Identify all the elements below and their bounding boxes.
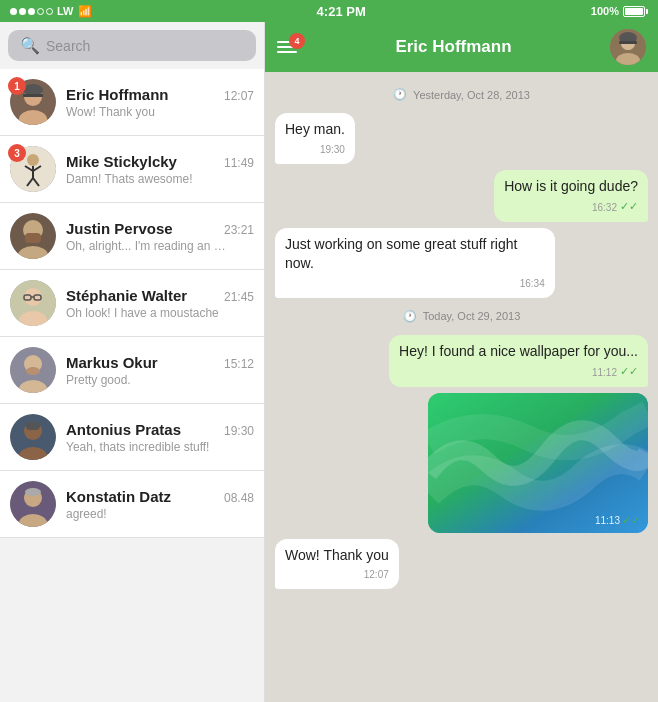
message-time: 12:07 [364,568,389,582]
battery-icon [623,6,648,17]
bubble-meta: 19:30 [285,143,345,157]
status-left: LW 📶 [10,5,92,18]
svg-point-6 [27,154,39,166]
message-row: Hey man. 19:30 [275,113,648,164]
date-text: Today, Oct 29, 2013 [423,310,521,322]
chat-item[interactable]: 3 Mike Stickylcky 11:49 Damn! Thats awes… [0,136,264,203]
search-bar[interactable]: 🔍 Search [8,30,256,61]
bubble-meta: 12:07 [285,568,389,582]
image-timestamp: 11:13 [595,515,620,526]
dot-2 [19,8,26,15]
message-text: Wow! Thank you [285,547,389,563]
search-placeholder: Search [46,38,90,54]
svg-rect-29 [26,422,40,430]
clock-icon: 🕐 [403,310,417,323]
message-text: Just working on some great stuff right n… [285,236,517,272]
avatar-wrap [10,280,56,326]
chat-time: 12:07 [224,89,254,103]
chat-time: 19:30 [224,424,254,438]
carrier-label: LW [57,5,74,17]
main-content: 🔍 Search 1 Eric Hoffmann 12:07 Wow! Than… [0,22,658,702]
battery-percent: 100% [591,5,619,17]
avatar-wrap [10,347,56,393]
chat-name: Justin Pervose [66,220,173,237]
image-bubble: 11:13 ✓✓ [428,393,648,533]
chat-partner-name: Eric Hoffmann [297,37,610,57]
status-bar: LW 📶 4:21 PM 100% [0,0,658,22]
unread-badge: 1 [8,77,26,95]
avatar [10,414,56,460]
search-icon: 🔍 [20,36,40,55]
chat-info: Stéphanie Walter 21:45 Oh look! I have a… [66,287,254,320]
date-divider: 🕐Yesterday, Oct 28, 2013 [275,88,648,101]
date-text: Yesterday, Oct 28, 2013 [413,89,530,101]
chat-info: Mike Stickylcky 11:49 Damn! Thats awesom… [66,153,254,186]
chat-name-row: Eric Hoffmann 12:07 [66,86,254,103]
message-time: 19:30 [320,143,345,157]
chat-item[interactable]: Stéphanie Walter 21:45 Oh look! I have a… [0,270,264,337]
chat-preview: Yeah, thats incredible stuff! [66,440,226,454]
signal-dots [10,8,53,15]
message-bubble: Hey man. 19:30 [275,113,355,164]
avatar [10,213,56,259]
menu-button[interactable]: 4 [277,41,297,53]
chat-info: Justin Pervose 23:21 Oh, alright... I'm … [66,220,254,253]
message-row: How is it going dude? 16:32 ✓✓ [275,170,648,222]
chat-preview: Wow! Thank you [66,105,226,119]
chat-partner-avatar[interactable] [610,29,646,65]
bubble-meta: 16:32 ✓✓ [504,199,638,214]
dot-5 [46,8,53,15]
check-marks: ✓✓ [620,199,638,214]
wallpaper-image: 11:13 ✓✓ [428,393,648,533]
chat-name: Antonius Pratas [66,421,181,438]
chat-list-items: 1 Eric Hoffmann 12:07 Wow! Thank you 3 M… [0,69,264,538]
avatar-wrap [10,481,56,527]
avatar-wrap [10,414,56,460]
avatar [10,280,56,326]
header-badge: 4 [289,33,305,49]
chat-name: Mike Stickylcky [66,153,177,170]
chat-header: 4 Eric Hoffmann [265,22,658,72]
chat-preview: Damn! Thats awesome! [66,172,226,186]
left-panel: 🔍 Search 1 Eric Hoffmann 12:07 Wow! Than… [0,22,265,702]
chat-name-row: Konstatin Datz 08.48 [66,488,254,505]
date-divider: 🕐Today, Oct 29, 2013 [275,310,648,323]
chat-info: Eric Hoffmann 12:07 Wow! Thank you [66,86,254,119]
right-panel: 4 Eric Hoffmann 🕐Yesterday, Oct 28, 2013 [265,22,658,702]
bubble-meta: 16:34 [285,277,545,291]
avatar-wrap: 3 [10,146,56,192]
chat-time: 08.48 [224,491,254,505]
chat-name: Eric Hoffmann [66,86,169,103]
chat-name-row: Markus Okur 15:12 [66,354,254,371]
message-text: Hey man. [285,121,345,137]
bubble-meta: 11:12 ✓✓ [399,364,638,379]
chat-item[interactable]: Konstatin Datz 08.48 agreed! [0,471,264,538]
chat-preview: Pretty good. [66,373,226,387]
chat-name: Markus Okur [66,354,158,371]
chat-name: Stéphanie Walter [66,287,187,304]
message-bubble: Hey! I found a nice wallpaper for you...… [389,335,648,387]
message-time: 11:12 [592,366,617,380]
message-row: Just working on some great stuff right n… [275,228,648,298]
chat-item[interactable]: 1 Eric Hoffmann 12:07 Wow! Thank you [0,69,264,136]
chat-time: 23:21 [224,223,254,237]
chat-item[interactable]: Markus Okur 15:12 Pretty good. [0,337,264,404]
dot-3 [28,8,35,15]
chat-item[interactable]: Antonius Pratas 19:30 Yeah, thats incred… [0,404,264,471]
image-message-row: 11:13 ✓✓ [275,393,648,533]
chat-info: Konstatin Datz 08.48 agreed! [66,488,254,521]
wifi-icon: 📶 [78,5,92,18]
status-right: 100% [591,5,648,17]
svg-point-25 [26,367,40,375]
message-time: 16:34 [520,277,545,291]
avatar [10,347,56,393]
dot-4 [37,8,44,15]
header-left: 4 [277,41,297,53]
chat-preview: agreed! [66,507,226,521]
svg-rect-15 [25,233,41,243]
chat-name-row: Mike Stickylcky 11:49 [66,153,254,170]
chat-time: 15:12 [224,357,254,371]
message-row: Wow! Thank you 12:07 [275,539,648,590]
chat-item[interactable]: Justin Pervose 23:21 Oh, alright... I'm … [0,203,264,270]
chat-list: 1 Eric Hoffmann 12:07 Wow! Thank you 3 M… [0,69,264,702]
